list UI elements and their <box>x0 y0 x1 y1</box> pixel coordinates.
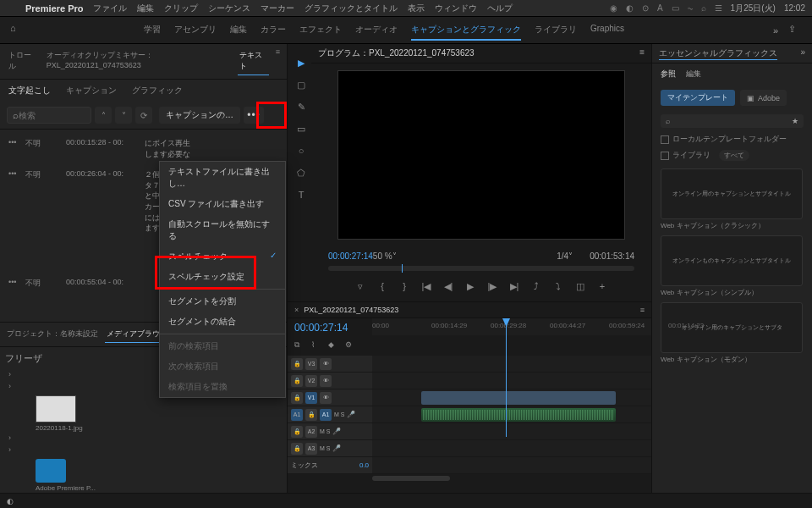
snap-icon[interactable]: ⧉ <box>294 340 306 352</box>
ws-tab-learn[interactable]: 学習 <box>144 20 161 41</box>
track-lock[interactable]: 🔒 <box>305 409 317 421</box>
cm-split-segment[interactable]: セグメントを分割 <box>160 291 285 312</box>
track-lock[interactable]: 🔒 <box>291 358 303 370</box>
track-eye[interactable]: 👁 <box>320 375 332 387</box>
menu-view[interactable]: 表示 <box>408 3 425 14</box>
wifi-icon[interactable]: ⏦ <box>688 3 693 13</box>
track-lock[interactable]: 🔒 <box>291 392 303 404</box>
track-target[interactable]: A3 <box>305 443 317 455</box>
track-target[interactable]: A1 <box>320 409 332 421</box>
mark-in-icon[interactable]: { <box>376 279 389 293</box>
menu-graphics[interactable]: グラフィックとタイトル <box>304 3 398 14</box>
sequence-tab[interactable]: PXL_20220121_074753623 <box>304 306 398 314</box>
prev-button[interactable]: ˄ <box>95 107 112 124</box>
play-icon[interactable]: ▶ <box>464 279 477 293</box>
status-icon[interactable]: ◉ <box>610 3 617 13</box>
menu-clip[interactable]: クリップ <box>164 3 198 14</box>
text-tool-icon[interactable]: T <box>293 186 310 203</box>
proj-tab-project[interactable]: プロジェクト：名称未設定 <box>5 326 100 343</box>
rp-tab-edit[interactable]: 編集 <box>686 69 701 80</box>
link-icon[interactable]: ⌇ <box>311 340 323 352</box>
adobe-stock-button[interactable]: ▣Adobe <box>740 90 787 106</box>
panel-title[interactable]: エッセンシャルグラフィックス <box>659 48 777 60</box>
timeline-timecode[interactable]: 00:00:27:14 <box>288 318 372 337</box>
ws-tab-assembly[interactable]: アセンブリ <box>174 20 217 41</box>
media-thumbnail[interactable] <box>36 395 76 422</box>
bin-name[interactable]: フリーザ <box>5 352 42 365</box>
home-icon[interactable]: ⌂ <box>10 23 25 38</box>
cm-export-csv[interactable]: CSV ファイルに書き出す <box>160 194 285 214</box>
transcript-item[interactable]: ••• 不明 00:00:15:28 - 00: にボイス再生 します必要な <box>0 133 287 164</box>
checkbox[interactable] <box>661 135 669 144</box>
timecode-left[interactable]: 00:00:27:14 <box>328 251 373 261</box>
mic-icon[interactable]: 🎤 <box>332 428 341 435</box>
my-templates-button[interactable]: マイテンプレート <box>661 90 735 106</box>
control-center-icon[interactable]: ☰ <box>715 3 722 13</box>
overflow-icon[interactable]: » <box>800 47 805 57</box>
selection-tool-icon[interactable]: ▶ <box>293 54 310 71</box>
audio-clip[interactable] <box>421 408 616 422</box>
track-target[interactable]: V2 <box>305 375 317 387</box>
panel-menu-icon[interactable]: ≡ <box>640 306 645 314</box>
rect-tool-icon[interactable]: ▭ <box>293 120 310 137</box>
type-tool-icon[interactable]: ▢ <box>293 76 310 93</box>
menu-help[interactable]: ヘルプ <box>487 3 513 14</box>
refresh-button[interactable]: ⟳ <box>135 107 152 124</box>
chevron-down-icon[interactable]: ˅ <box>392 251 397 261</box>
status-icon[interactable]: ◐ <box>626 3 634 13</box>
battery-icon[interactable]: ▭ <box>672 3 679 13</box>
track-lock[interactable]: 🔒 <box>291 443 303 455</box>
track-target[interactable]: V3 <box>305 358 317 370</box>
export-icon[interactable]: ⇪ <box>788 24 802 37</box>
next-button[interactable]: ˅ <box>115 107 132 124</box>
step-fwd-icon[interactable]: |▶ <box>486 279 499 293</box>
folder-thumbnail[interactable] <box>36 459 66 483</box>
panel-tab[interactable]: トロール <box>7 47 38 75</box>
menu-marker[interactable]: マーカー <box>261 3 294 14</box>
timeline-zoom-scrollbar[interactable] <box>372 476 450 481</box>
track-eye[interactable]: 👁 <box>320 358 332 370</box>
ws-tab-library[interactable]: ライブラリ <box>535 20 577 41</box>
step-back-icon[interactable]: ◀| <box>442 279 455 293</box>
track-target[interactable]: A2 <box>305 426 317 438</box>
caption-dropdown[interactable]: キャプションの… <box>159 107 240 124</box>
track-v3[interactable] <box>372 356 651 372</box>
export-frame-icon[interactable]: ◫ <box>573 279 587 293</box>
go-to-in-icon[interactable]: |◀ <box>420 279 433 293</box>
zoom-level[interactable]: 50 % <box>373 251 392 261</box>
marker-icon[interactable]: ◆ <box>328 340 340 352</box>
playhead-marker[interactable] <box>402 264 403 273</box>
track-v1[interactable] <box>372 389 651 406</box>
status-icon[interactable]: ⊙ <box>642 3 649 13</box>
panel-menu-icon[interactable]: ≡ <box>639 47 645 59</box>
track-a1[interactable] <box>372 406 651 422</box>
mic-icon[interactable]: 🎤 <box>347 411 355 418</box>
subtab-caption[interactable]: キャプション <box>66 85 117 97</box>
track-lock[interactable]: 🔒 <box>291 426 303 438</box>
resolution[interactable]: 1/4 <box>557 251 568 261</box>
cm-spellcheck[interactable]: スペルチェック✓ <box>160 246 285 267</box>
ws-tab-effects[interactable]: エフェクト <box>299 20 342 41</box>
mic-icon[interactable]: 🎤 <box>332 444 341 452</box>
ws-tab-captions[interactable]: キャプションとグラフィック <box>411 20 521 41</box>
playhead[interactable] <box>506 318 507 437</box>
transcript-text[interactable]: にボイス再生 します必要な <box>145 138 278 159</box>
mark-out-icon[interactable]: } <box>398 279 411 293</box>
search-icon[interactable]: ⌕ <box>701 3 706 13</box>
track-v2[interactable] <box>372 373 651 389</box>
track-mix[interactable] <box>372 457 651 473</box>
pen-tool-icon[interactable]: ✎ <box>293 98 310 115</box>
search-field[interactable] <box>19 111 69 120</box>
menu-sequence[interactable]: シーケンス <box>208 3 250 14</box>
item-menu[interactable]: ••• <box>8 138 19 159</box>
template-thumbnail[interactable]: オンライン用のキャプションとサブタイトル <box>661 168 803 219</box>
library-filter[interactable]: すべて <box>719 150 749 161</box>
chevron-down-icon[interactable]: ˅ <box>568 251 573 261</box>
more-options-button[interactable]: ••• <box>244 107 264 124</box>
ws-tab-graphics2[interactable]: Graphics <box>590 20 624 41</box>
video-clip[interactable] <box>421 391 616 405</box>
cm-export-text[interactable]: テキストファイルに書き出し… <box>160 162 285 194</box>
menu-edit[interactable]: 編集 <box>137 3 154 14</box>
status-icon[interactable]: A <box>657 3 663 13</box>
cm-autoscroll[interactable]: 自動スクロールを無効にする <box>160 214 285 246</box>
